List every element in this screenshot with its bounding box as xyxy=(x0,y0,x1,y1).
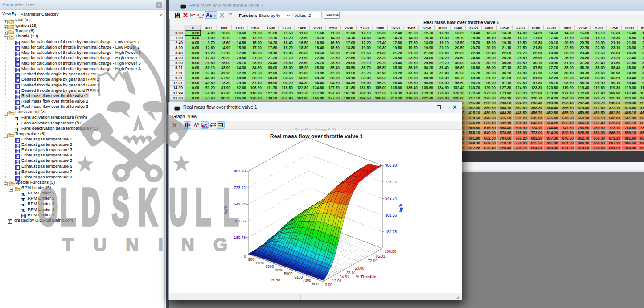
svg-text:100.40: 100.40 xyxy=(234,91,246,95)
svg-text:10.70: 10.70 xyxy=(221,36,230,40)
svg-text:16.10: 16.10 xyxy=(486,36,496,40)
svg-text:0.00: 0.00 xyxy=(192,96,200,100)
svg-text:6100: 6100 xyxy=(532,26,540,30)
svg-text:12.10: 12.10 xyxy=(361,31,371,35)
svg-text:298.30: 298.30 xyxy=(624,101,636,105)
svg-text:4500: 4500 xyxy=(454,26,462,30)
svg-text:37.90: 37.90 xyxy=(205,71,215,75)
svg-text:361.56: 361.56 xyxy=(385,213,397,218)
svg-text:29.40: 29.40 xyxy=(393,61,402,65)
svg-text:588.10: 588.10 xyxy=(468,131,480,135)
svg-text:16.70: 16.70 xyxy=(517,36,527,40)
svg-text:295.30: 295.30 xyxy=(468,101,480,105)
svg-text:21.70: 21.70 xyxy=(393,51,402,55)
svg-text:802.20: 802.20 xyxy=(531,136,542,140)
svg-text:9.01: 9.01 xyxy=(175,76,183,80)
svg-text:7000: 7000 xyxy=(303,278,311,283)
svg-text:62.20: 62.20 xyxy=(549,76,558,80)
svg-text:15.90: 15.90 xyxy=(237,45,246,50)
svg-text:29.50: 29.50 xyxy=(408,61,418,65)
svg-text:3.00: 3.00 xyxy=(175,45,183,50)
svg-text:38.30: 38.30 xyxy=(595,66,605,70)
svg-text:462.80: 462.80 xyxy=(609,111,620,115)
svg-text:22.70: 22.70 xyxy=(517,51,527,55)
svg-text:36.90: 36.90 xyxy=(486,66,496,70)
svg-text:118.80: 118.80 xyxy=(282,86,293,90)
svg-text:10.60: 10.60 xyxy=(237,31,246,35)
svg-text:18.60: 18.60 xyxy=(330,45,340,50)
svg-text:99.80: 99.80 xyxy=(642,81,644,85)
svg-text:111.70: 111.70 xyxy=(266,86,277,90)
svg-text:97.80: 97.80 xyxy=(533,81,542,85)
svg-text:174.50: 174.50 xyxy=(468,91,480,95)
svg-text:294.20: 294.20 xyxy=(515,101,527,105)
svg-text:93.20: 93.20 xyxy=(283,81,293,85)
svg-text:293.40: 293.40 xyxy=(531,101,542,105)
svg-text:20.50: 20.50 xyxy=(315,51,324,55)
svg-text:3500: 3500 xyxy=(407,26,415,30)
svg-text:17.40: 17.40 xyxy=(377,41,386,45)
svg-text:12.90: 12.90 xyxy=(439,31,449,35)
svg-text:34.30: 34.30 xyxy=(237,66,246,70)
svg-text:887.20: 887.20 xyxy=(609,141,620,145)
svg-text:696.90: 696.90 xyxy=(515,126,527,130)
svg-text:609.30: 609.30 xyxy=(468,141,480,145)
svg-text:58.00: 58.00 xyxy=(237,76,246,80)
svg-text:23.40: 23.40 xyxy=(580,51,589,55)
svg-text:62.60: 62.60 xyxy=(564,76,574,80)
svg-text:31.73: 31.73 xyxy=(642,61,644,65)
svg-text:61.00: 61.00 xyxy=(486,76,496,80)
svg-text:8000: 8000 xyxy=(312,282,320,286)
svg-text:21.10: 21.10 xyxy=(611,41,620,45)
svg-text:173.50: 173.50 xyxy=(375,91,386,95)
svg-text:59.70: 59.70 xyxy=(393,76,402,80)
svg-text:49.20: 49.20 xyxy=(627,71,636,75)
svg-text:95.40: 95.40 xyxy=(393,81,402,85)
svg-text:85.01: 85.01 xyxy=(376,254,386,259)
svg-text:20.20: 20.20 xyxy=(221,56,230,60)
svg-text:0.00: 0.00 xyxy=(192,45,200,50)
svg-text:13.40: 13.40 xyxy=(471,31,480,35)
svg-text:542.34: 542.34 xyxy=(385,196,397,201)
svg-text:178.10: 178.10 xyxy=(406,91,418,95)
svg-text:173.60: 173.60 xyxy=(531,91,542,95)
svg-text:35.00: 35.00 xyxy=(268,66,277,70)
svg-text:49.40: 49.40 xyxy=(642,71,644,75)
svg-text:662.00: 662.00 xyxy=(484,136,496,140)
svg-text:20.50: 20.50 xyxy=(455,45,464,50)
svg-text:14.30: 14.30 xyxy=(361,36,371,40)
svg-text:718.30: 718.30 xyxy=(500,141,511,145)
svg-text:17.00: 17.00 xyxy=(252,45,262,50)
svg-text:15.10: 15.10 xyxy=(424,36,433,40)
svg-text:15.10: 15.10 xyxy=(595,31,605,35)
svg-text:124.90: 124.90 xyxy=(515,86,527,90)
svg-text:25.60: 25.60 xyxy=(517,56,527,60)
svg-text:31.50: 31.50 xyxy=(611,61,620,65)
svg-text:29.70: 29.70 xyxy=(439,61,449,65)
svg-text:35.00: 35.00 xyxy=(283,66,293,70)
svg-text:167.90: 167.90 xyxy=(624,91,636,95)
svg-text:478.50: 478.50 xyxy=(468,116,480,120)
svg-text:724.10: 724.10 xyxy=(531,126,542,130)
svg-text:859.30: 859.30 xyxy=(546,146,558,150)
svg-text:29.20: 29.20 xyxy=(377,61,386,65)
svg-text:27.40: 27.40 xyxy=(627,56,636,60)
svg-text:723.12: 723.12 xyxy=(385,180,397,184)
svg-text:21.50: 21.50 xyxy=(517,45,527,50)
svg-text:135.60: 135.60 xyxy=(390,86,402,90)
svg-text:0.00: 0.00 xyxy=(192,51,200,55)
svg-text:Real mass flow over throttle v: Real mass flow over throttle valve 1 xyxy=(423,20,499,25)
svg-text:833.30: 833.30 xyxy=(593,131,605,135)
svg-text:900: 900 xyxy=(221,26,227,30)
svg-text:168.30: 168.30 xyxy=(359,91,371,95)
svg-text:18.20: 18.20 xyxy=(283,45,293,50)
svg-text:79.90: 79.90 xyxy=(237,81,246,85)
svg-text:903.90: 903.90 xyxy=(234,169,246,173)
svg-text:7000: 7000 xyxy=(563,26,571,30)
svg-text:368.30: 368.30 xyxy=(531,106,542,110)
svg-text:9.70: 9.70 xyxy=(208,41,215,45)
svg-text:44.40: 44.40 xyxy=(408,71,418,75)
svg-text:135.00: 135.00 xyxy=(375,86,386,90)
svg-text:654.40: 654.40 xyxy=(500,126,511,130)
svg-text:17.99: 17.99 xyxy=(173,91,183,95)
